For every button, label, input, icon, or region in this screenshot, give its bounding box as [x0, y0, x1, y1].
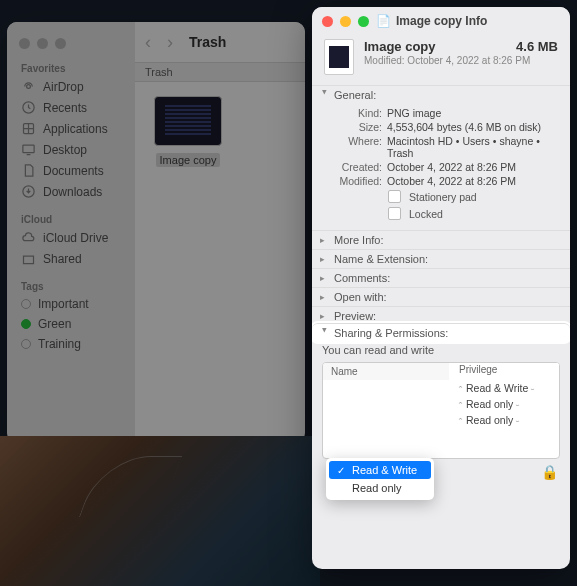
- finder-sidebar: Favorites AirDrop Recents Applications D…: [7, 22, 135, 442]
- kind-value: PNG image: [387, 107, 558, 119]
- chevron-right-icon: ▸: [320, 254, 330, 264]
- downloads-icon: [21, 184, 36, 199]
- info-titlebar: 📄 Image copy Info: [312, 7, 570, 35]
- apps-icon: [21, 121, 36, 136]
- file-label: Image copy: [156, 153, 221, 167]
- col-privilege[interactable]: Privilege: [451, 362, 559, 382]
- sidebar-item-downloads[interactable]: Downloads: [7, 181, 135, 202]
- minimize-icon[interactable]: [340, 16, 351, 27]
- permissions-caption: You can read and write: [322, 344, 560, 356]
- modified-value: October 4, 2022 at 8:26 PM: [387, 175, 558, 187]
- file-thumbnail: [154, 96, 222, 146]
- sidebar-tag-training[interactable]: Training: [7, 334, 135, 354]
- sidebar-item-icloud-drive[interactable]: iCloud Drive: [7, 227, 135, 248]
- chevron-down-icon: ▸: [320, 328, 330, 338]
- sidebar-item-documents[interactable]: Documents: [7, 160, 135, 181]
- clock-icon: [21, 100, 36, 115]
- checkbox-icon[interactable]: [388, 207, 401, 220]
- privilege-select[interactable]: Read & Write: [451, 380, 559, 396]
- size-value: 4,553,604 bytes (4.6 MB on disk): [387, 121, 558, 133]
- section-general[interactable]: ▸General:: [312, 85, 570, 104]
- finder-content: ‹ › Trash Trash Image copy: [135, 22, 305, 442]
- path-bar[interactable]: Trash: [135, 62, 305, 82]
- sidebar-section-tags: Tags: [7, 277, 135, 294]
- section-sharing-permissions[interactable]: ▸Sharing & Permissions:: [312, 323, 570, 342]
- close-icon[interactable]: [19, 38, 30, 49]
- section-name-extension[interactable]: ▸Name & Extension:: [312, 249, 570, 268]
- created-value: October 4, 2022 at 8:26 PM: [387, 161, 558, 173]
- airdrop-icon: [21, 79, 36, 94]
- forward-button[interactable]: ›: [167, 32, 173, 53]
- lock-icon[interactable]: 🔒: [541, 464, 558, 480]
- section-open-with[interactable]: ▸Open with:: [312, 287, 570, 306]
- dropdown-option-read-only[interactable]: Read only: [329, 479, 431, 497]
- sidebar-item-shared[interactable]: Shared: [7, 248, 135, 269]
- info-window-title: 📄 Image copy Info: [376, 14, 487, 28]
- back-button[interactable]: ‹: [145, 32, 151, 53]
- tag-dot-icon: [21, 319, 31, 329]
- section-more-info[interactable]: ▸More Info:: [312, 230, 570, 249]
- privilege-select[interactable]: Read only: [451, 412, 559, 428]
- perm-row[interactable]: Read only: [323, 396, 559, 412]
- desktop-icon: [21, 142, 36, 157]
- file-grid[interactable]: Image copy: [135, 82, 305, 182]
- chevron-right-icon: ▸: [320, 235, 330, 245]
- section-comments[interactable]: ▸Comments:: [312, 268, 570, 287]
- sidebar-item-recents[interactable]: Recents: [7, 97, 135, 118]
- privilege-select[interactable]: Read only: [451, 396, 559, 412]
- dropdown-option-read-write[interactable]: ✓Read & Write: [329, 461, 431, 479]
- chevron-right-icon: ▸: [320, 311, 330, 321]
- stationery-checkbox-row[interactable]: Stationery pad: [324, 188, 558, 205]
- file-modified: Modified: October 4, 2022 at 8:26 PM: [364, 55, 558, 66]
- tag-dot-icon: [21, 339, 31, 349]
- locked-checkbox-row[interactable]: Locked: [324, 205, 558, 222]
- finder-window: Favorites AirDrop Recents Applications D…: [7, 22, 305, 442]
- perm-row[interactable]: Read only: [323, 412, 559, 428]
- where-value: Macintosh HD • Users • shayne • Trash: [387, 135, 558, 159]
- sidebar-tag-green[interactable]: Green: [7, 314, 135, 334]
- col-name[interactable]: Name: [323, 363, 451, 380]
- general-body: Kind:PNG image Size:4,553,604 bytes (4.6…: [312, 104, 570, 230]
- chevron-right-icon: ▸: [320, 292, 330, 302]
- finder-toolbar: ‹ › Trash: [135, 22, 305, 62]
- cloud-icon: [21, 230, 36, 245]
- perm-row[interactable]: Read & Write: [323, 380, 559, 396]
- desktop-wallpaper: [0, 436, 320, 586]
- maximize-icon[interactable]: [358, 16, 369, 27]
- sidebar-item-airdrop[interactable]: AirDrop: [7, 76, 135, 97]
- permissions-table: Name Privilege Read & Write Read only Re…: [322, 362, 560, 459]
- check-icon: ✓: [337, 465, 347, 476]
- chevron-right-icon: ▸: [320, 273, 330, 283]
- svg-point-0: [27, 85, 31, 89]
- sidebar-section-icloud: iCloud: [7, 210, 135, 227]
- docs-icon: [21, 163, 36, 178]
- window-controls[interactable]: [7, 30, 135, 59]
- finder-title: Trash: [189, 34, 226, 50]
- sidebar-item-applications[interactable]: Applications: [7, 118, 135, 139]
- checkbox-icon[interactable]: [388, 190, 401, 203]
- sidebar-tag-important[interactable]: Important: [7, 294, 135, 314]
- file-name: Image copy: [364, 39, 436, 54]
- privilege-dropdown[interactable]: ✓Read & Write Read only: [326, 458, 434, 500]
- file-size: 4.6 MB: [516, 39, 558, 54]
- file-icon: 📄: [376, 14, 391, 28]
- svg-rect-3: [23, 145, 34, 153]
- minimize-icon[interactable]: [37, 38, 48, 49]
- sidebar-section-favorites: Favorites: [7, 59, 135, 76]
- info-header: Image copy 4.6 MB Modified: October 4, 2…: [312, 35, 570, 85]
- chevron-down-icon: ▸: [320, 90, 330, 100]
- tag-dot-icon: [21, 299, 31, 309]
- file-preview-icon: [324, 39, 354, 75]
- maximize-icon[interactable]: [55, 38, 66, 49]
- close-icon[interactable]: [322, 16, 333, 27]
- file-item[interactable]: Image copy: [149, 96, 227, 168]
- shared-icon: [21, 251, 36, 266]
- sidebar-item-desktop[interactable]: Desktop: [7, 139, 135, 160]
